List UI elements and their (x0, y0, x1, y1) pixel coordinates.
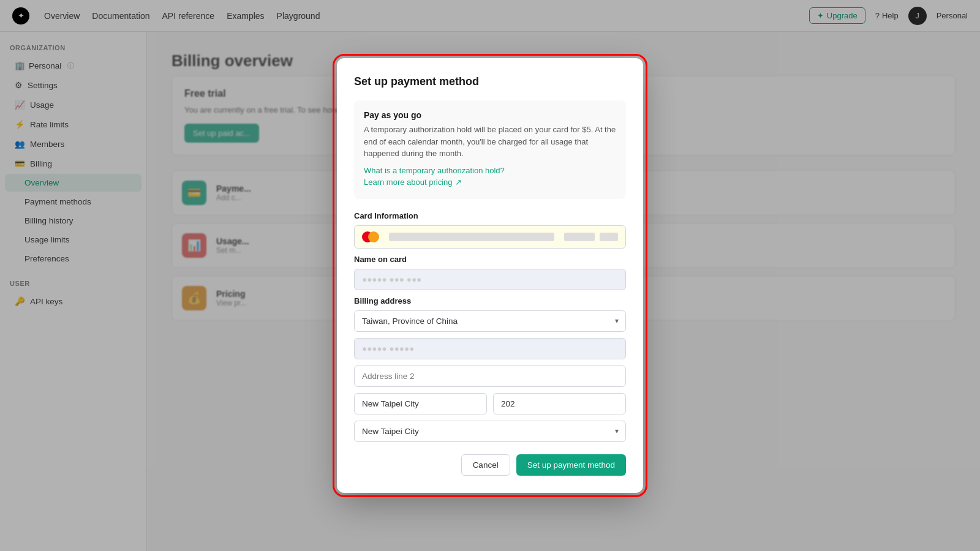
card-cvc-blurred (600, 233, 618, 241)
address-line1-input[interactable] (354, 338, 626, 359)
billing-address-label: Billing address (354, 296, 626, 305)
address-line2-input[interactable] (354, 365, 626, 387)
payg-box: Pay as you go A temporary authorization … (354, 100, 626, 199)
payg-description: A temporary authorization hold will be p… (364, 124, 616, 160)
mastercard-icon (362, 231, 379, 242)
card-number-blurred (389, 233, 554, 241)
country-select-wrapper: Taiwan, Province of China ▾ (354, 310, 626, 332)
card-expiry-blurred (564, 233, 595, 241)
country-select[interactable]: Taiwan, Province of China (354, 310, 626, 332)
modal-title: Set up payment method (354, 75, 626, 88)
payment-modal: Set up payment method Pay as you go A te… (337, 58, 643, 493)
modal-footer: Cancel Set up payment method (354, 454, 626, 476)
city-postal-row (354, 393, 626, 414)
submit-payment-button[interactable]: Set up payment method (516, 454, 626, 476)
external-link-icon: ↗ (455, 178, 462, 187)
name-on-card-label: Name on card (354, 255, 626, 264)
city-input[interactable] (354, 393, 487, 414)
pricing-link[interactable]: Learn more about pricing ↗ (364, 178, 616, 187)
state-select[interactable]: New Taipei City (354, 421, 626, 442)
state-select-wrapper: New Taipei City ▾ (354, 421, 626, 442)
card-input-wrapper[interactable] (354, 225, 626, 249)
pricing-link-text: Learn more about pricing (364, 178, 453, 187)
card-info-label: Card Information (354, 211, 626, 220)
modal-overlay: Set up payment method Pay as you go A te… (0, 0, 980, 551)
payg-title: Pay as you go (364, 110, 616, 120)
name-on-card-input[interactable] (354, 269, 626, 290)
cancel-button[interactable]: Cancel (461, 454, 510, 476)
postal-input[interactable] (493, 393, 626, 414)
temp-auth-link[interactable]: What is a temporary authorization hold? (364, 166, 616, 175)
